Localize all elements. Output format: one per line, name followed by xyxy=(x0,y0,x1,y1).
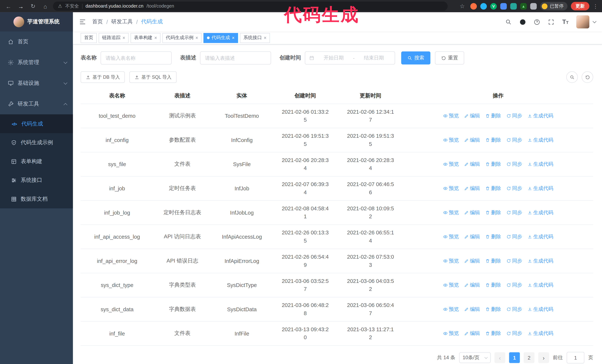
sidebar-item-db-doc[interactable]: 数据库文档 xyxy=(0,190,73,208)
prev-page-button[interactable]: ‹ xyxy=(494,352,505,363)
sync-link[interactable]: 同步 xyxy=(506,209,522,216)
chevron-down-icon[interactable] xyxy=(592,19,596,23)
edit-link[interactable]: 编辑 xyxy=(464,137,480,144)
tab-home[interactable]: 首页 xyxy=(81,33,97,43)
extension-icon-4[interactable] xyxy=(500,3,507,10)
sidebar-item-form-builder[interactable]: 表单构建 xyxy=(0,152,73,171)
home-button[interactable]: ⌂ xyxy=(41,1,50,11)
update-button[interactable]: 更新 xyxy=(571,2,589,10)
edit-link[interactable]: 编辑 xyxy=(464,282,480,289)
close-tab-icon[interactable]: × xyxy=(264,36,267,40)
page-button-2[interactable]: 2 xyxy=(524,352,534,363)
table-name-input[interactable] xyxy=(101,52,172,64)
delete-link[interactable]: 删除 xyxy=(485,330,501,337)
sync-link[interactable]: 同步 xyxy=(506,137,522,144)
close-tab-icon[interactable]: × xyxy=(154,36,157,40)
delete-link[interactable]: 删除 xyxy=(485,209,501,216)
sidebar-item-codegen[interactable]: </> 代码生成 xyxy=(0,114,73,133)
preview-link[interactable]: 预览 xyxy=(443,233,459,240)
generate-code-link[interactable]: 生成代码 xyxy=(527,209,553,216)
address-bar[interactable]: ⚠ 不安全 dashboard.yudao.iocoder.cn/tool/co… xyxy=(53,1,448,11)
reset-button[interactable]: 重置 xyxy=(435,52,464,64)
generate-code-link[interactable]: 生成代码 xyxy=(527,112,553,119)
sidebar-item-api[interactable]: 系统接口 xyxy=(0,171,73,190)
sync-link[interactable]: 同步 xyxy=(506,185,522,192)
close-tab-icon[interactable]: × xyxy=(232,36,235,40)
preview-link[interactable]: 预览 xyxy=(443,112,459,119)
bookmark-star-icon[interactable]: ☆ xyxy=(458,1,467,11)
extension-icon-1[interactable] xyxy=(470,3,477,10)
avatar[interactable] xyxy=(576,15,589,28)
generate-code-link[interactable]: 生成代码 xyxy=(527,306,553,313)
hamburger-icon[interactable] xyxy=(79,18,86,25)
generate-code-link[interactable]: 生成代码 xyxy=(527,161,553,167)
delete-link[interactable]: 删除 xyxy=(485,306,501,313)
extension-icon-6[interactable]: ▲ xyxy=(520,3,527,10)
import-db-button[interactable]: 基于 DB 导入 xyxy=(81,72,125,83)
tab-codegen[interactable]: 代码生成 × xyxy=(204,33,238,43)
preview-link[interactable]: 预览 xyxy=(443,161,459,167)
tab-api[interactable]: 系统接口 × xyxy=(240,33,270,43)
delete-link[interactable]: 删除 xyxy=(485,185,501,192)
github-icon[interactable] xyxy=(520,19,526,25)
edit-link[interactable]: 编辑 xyxy=(464,209,480,216)
sync-link[interactable]: 同步 xyxy=(506,282,522,289)
sync-link[interactable]: 同步 xyxy=(506,112,522,119)
delete-link[interactable]: 删除 xyxy=(485,233,501,240)
generate-code-link[interactable]: 生成代码 xyxy=(527,137,553,144)
sidebar-item-home[interactable]: 首页 xyxy=(0,31,73,52)
edit-link[interactable]: 编辑 xyxy=(464,185,480,192)
sidebar-item-system[interactable]: 系统管理 xyxy=(0,52,73,73)
extension-icon-5[interactable] xyxy=(510,3,517,10)
tab-codegen-example[interactable]: 代码生成示例 × xyxy=(162,33,202,43)
forward-button[interactable]: → xyxy=(16,1,25,11)
generate-code-link[interactable]: 生成代码 xyxy=(527,233,553,240)
reload-button[interactable]: ↻ xyxy=(28,1,38,11)
breadcrumb-devtools[interactable]: 研发工具 xyxy=(111,18,133,25)
extension-icon-2[interactable] xyxy=(480,3,487,10)
page-size-select[interactable]: 10条/页 xyxy=(459,352,491,363)
logo[interactable]: 芋道管理系统 xyxy=(0,12,73,31)
table-desc-input[interactable] xyxy=(200,52,271,64)
extension-icon-3[interactable]: V xyxy=(490,3,497,10)
edit-link[interactable]: 编辑 xyxy=(464,258,480,264)
fullscreen-icon[interactable] xyxy=(548,19,555,25)
delete-link[interactable]: 删除 xyxy=(485,161,501,167)
browser-menu-icon[interactable]: ⋮ xyxy=(593,3,598,9)
generate-code-link[interactable]: 生成代码 xyxy=(527,330,553,337)
generate-code-link[interactable]: 生成代码 xyxy=(527,185,553,192)
back-button[interactable]: ← xyxy=(4,1,13,11)
sync-link[interactable]: 同步 xyxy=(506,306,522,313)
edit-link[interactable]: 编辑 xyxy=(464,306,480,313)
page-button-1[interactable]: 1 xyxy=(509,352,520,363)
sync-link[interactable]: 同步 xyxy=(506,161,522,167)
import-sql-button[interactable]: 基于 SQL 导入 xyxy=(129,72,176,83)
tab-trace[interactable]: 链路追踪 × xyxy=(99,33,129,43)
sidebar-item-codegen-example[interactable]: 代码生成示例 xyxy=(0,133,73,152)
edit-link[interactable]: 编辑 xyxy=(464,233,480,240)
next-page-button[interactable]: › xyxy=(538,352,549,363)
date-range-picker[interactable]: 开始日期 - 结束日期 xyxy=(305,52,395,64)
toggle-search-button[interactable] xyxy=(566,72,578,83)
generate-code-link[interactable]: 生成代码 xyxy=(527,258,553,264)
preview-link[interactable]: 预览 xyxy=(443,209,459,216)
edit-link[interactable]: 编辑 xyxy=(464,112,480,119)
sync-link[interactable]: 同步 xyxy=(506,258,522,264)
sync-link[interactable]: 同步 xyxy=(506,233,522,240)
preview-link[interactable]: 预览 xyxy=(443,330,459,337)
profile-paused-badge[interactable]: 已暂停 xyxy=(540,2,567,10)
edit-link[interactable]: 编辑 xyxy=(464,161,480,167)
goto-page-input[interactable] xyxy=(567,352,584,364)
delete-link[interactable]: 删除 xyxy=(485,112,501,119)
font-size-icon[interactable]: TT xyxy=(562,18,569,25)
breadcrumb-home[interactable]: 首页 xyxy=(92,18,103,25)
search-icon[interactable] xyxy=(505,19,512,25)
extension-icon-7[interactable] xyxy=(530,3,537,10)
help-icon[interactable] xyxy=(534,19,540,25)
sync-link[interactable]: 同步 xyxy=(506,330,522,337)
delete-link[interactable]: 删除 xyxy=(485,258,501,264)
sidebar-item-infra[interactable]: 基础设施 xyxy=(0,73,73,94)
preview-link[interactable]: 预览 xyxy=(443,137,459,144)
tab-form-builder[interactable]: 表单构建 × xyxy=(130,33,161,43)
delete-link[interactable]: 删除 xyxy=(485,282,501,289)
